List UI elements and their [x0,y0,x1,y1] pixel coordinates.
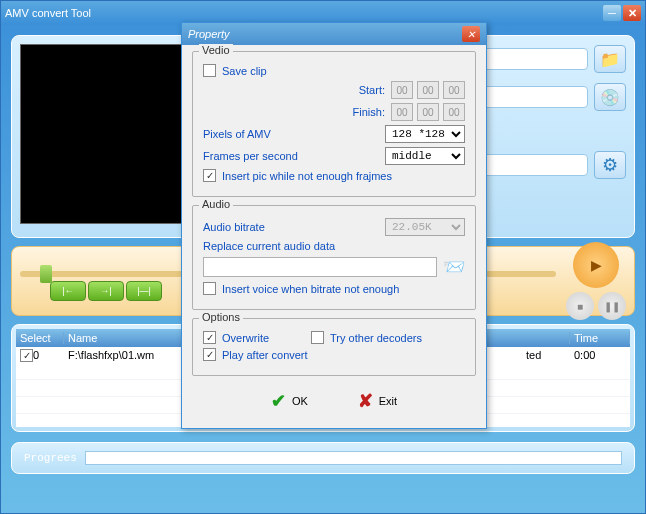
mark-start-button[interactable]: |← [50,281,86,301]
pixels-select[interactable]: 128 *128 [385,125,465,143]
start-mm[interactable]: 00 [417,81,439,99]
insert-pic-label: Insert pic while not enough frajmes [222,170,392,182]
row-checkbox[interactable]: ✓ [20,349,33,362]
property-dialog: Property ✕ Vedio Save clip Start: 00 00 … [181,22,487,429]
finish-label: Finish: [353,106,385,118]
disc-icon: 💿 [600,88,620,107]
folder-open-icon: 📁 [600,50,620,69]
exit-button[interactable]: ✘ Exit [358,390,397,412]
dialog-close-button[interactable]: ✕ [462,26,480,42]
bitrate-select: 22.05K [385,218,465,236]
save-clip-label: Save clip [222,65,267,77]
stop-button[interactable]: ■ [566,292,594,320]
overwrite-label: Overwrite [222,332,269,344]
app-title: AMV convert Tool [5,7,603,19]
x-icon: ✘ [358,390,373,412]
pixels-label: Pixels of AMV [203,128,271,140]
browse-audio-button[interactable]: 📨 [443,256,465,278]
close-button[interactable]: ✕ [623,5,641,21]
ok-button[interactable]: ✔ OK [271,390,308,412]
start-label: Start: [359,84,385,96]
open-file-button[interactable]: 📁 [594,45,626,73]
row-time: 0:00 [570,349,630,361]
finish-mm[interactable]: 00 [417,103,439,121]
bitrate-label: Audio bitrate [203,221,265,233]
start-hh[interactable]: 00 [391,81,413,99]
start-ss[interactable]: 00 [443,81,465,99]
video-legend: Vedio [199,44,233,56]
insert-voice-checkbox[interactable] [203,282,216,295]
finish-ss[interactable]: 00 [443,103,465,121]
seek-thumb[interactable] [40,265,52,283]
gear-icon: ⚙ [602,154,618,176]
audio-file-field[interactable] [203,257,437,277]
progress-bar [85,451,622,465]
progress-label: Progrees [24,452,77,464]
col-select[interactable]: Select [16,332,64,344]
output-folder-button[interactable]: 💿 [594,83,626,111]
play-button[interactable]: ▶ [573,242,619,288]
audio-legend: Audio [199,198,233,210]
options-legend: Options [199,311,243,323]
video-fieldset: Vedio Save clip Start: 00 00 00 Finish: … [192,51,476,197]
save-clip-checkbox[interactable] [203,64,216,77]
insert-voice-label: Insert voice when bitrate not enough [222,283,399,295]
fps-label: Frames per second [203,150,298,162]
try-decoders-checkbox[interactable] [311,331,324,344]
settings-button[interactable]: ⚙ [594,151,626,179]
col-time[interactable]: Time [570,332,630,344]
range-button[interactable]: |—| [126,281,162,301]
minimize-button[interactable]: ─ [603,5,621,21]
play-after-checkbox[interactable]: ✓ [203,348,216,361]
options-fieldset: Options ✓ Overwrite Try other decoders ✓… [192,318,476,376]
replace-audio-label: Replace current audio data [203,240,335,252]
play-after-label: Play after convert [222,349,308,361]
dialog-titlebar: Property ✕ [182,23,486,45]
pause-button[interactable]: ❚❚ [598,292,626,320]
mark-end-button[interactable]: →| [88,281,124,301]
check-icon: ✔ [271,390,286,412]
row-ted: ted [522,349,570,361]
fps-select[interactable]: middle [385,147,465,165]
audio-fieldset: Audio Audio bitrate 22.05K Replace curre… [192,205,476,310]
progress-panel: Progrees [11,442,635,474]
try-decoders-label: Try other decoders [330,332,422,344]
overwrite-checkbox[interactable]: ✓ [203,331,216,344]
finish-hh[interactable]: 00 [391,103,413,121]
insert-pic-checkbox[interactable]: ✓ [203,169,216,182]
dialog-title: Property [188,28,462,40]
